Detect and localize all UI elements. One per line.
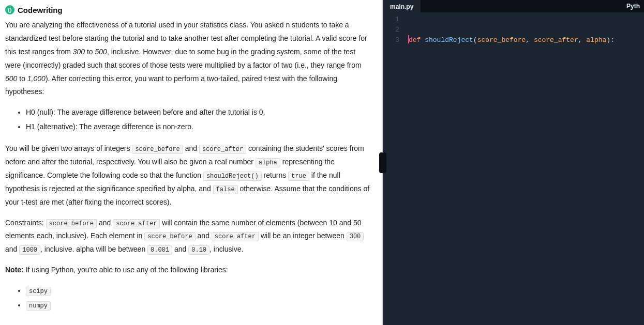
text: and <box>5 245 19 253</box>
code-literal: numpy <box>26 301 51 311</box>
line-gutter: 1 2 3 <box>383 12 409 325</box>
code-editor[interactable]: 1 2 3 def shouldReject(score_before, sco… <box>383 12 644 325</box>
value-italic: 500 <box>95 48 107 56</box>
libraries-list: scipy numpy <box>5 284 373 312</box>
token-punct: ( <box>473 36 477 44</box>
language-selector[interactable]: Pyth <box>622 0 644 12</box>
text: Constraints: <box>5 219 46 227</box>
code-literal: score_after <box>113 219 160 228</box>
problem-panel[interactable]: () Codewriting You are analyzing the eff… <box>0 0 383 325</box>
token-punct: , <box>578 36 587 44</box>
panel-header: () Codewriting <box>5 5 373 19</box>
value-italic: 300 <box>73 48 85 56</box>
editor-panel: main.py Pyth 1 2 3 def shouldReject(scor… <box>383 0 644 325</box>
token-punct: , <box>526 36 534 44</box>
text: will be an integer between <box>259 231 347 240</box>
list-item: H0 (null): The average difference betwee… <box>26 106 373 119</box>
token-punct: ): <box>606 36 615 44</box>
token-param: score_before <box>477 36 526 44</box>
value-italic: 1,000 <box>27 74 46 83</box>
problem-statement: You are analyzing the effectiveness of a… <box>5 19 373 312</box>
text: and <box>183 144 199 152</box>
editor-tabbar: main.py Pyth <box>383 0 644 12</box>
text: , inclusive. alpha will be between <box>40 245 147 253</box>
token-keyword: def <box>409 36 421 44</box>
text: to <box>85 48 95 56</box>
code-literal: score_before <box>144 232 195 241</box>
code-literal: false <box>213 185 238 194</box>
list-item: H1 (alternative): The average difference… <box>26 120 373 134</box>
text: and <box>172 245 188 253</box>
text: , inclusive. <box>209 245 243 253</box>
brand-logo-icon: () <box>5 5 14 14</box>
text: and <box>97 219 113 227</box>
token-function: shouldReject <box>425 36 473 44</box>
text: If using Python, you're able to use any … <box>24 266 228 274</box>
text: returns <box>262 171 288 179</box>
split-handle[interactable] <box>379 152 386 173</box>
code-literal: scipy <box>26 287 51 296</box>
text: ). After correcting this error, you want… <box>5 74 337 96</box>
code-literal: alpha <box>256 158 280 167</box>
code-literal: score_before <box>132 145 183 154</box>
code-literal: 300 <box>347 232 364 241</box>
token-param: score_after <box>534 36 578 44</box>
code-literal: shouldReject() <box>203 172 262 181</box>
token-param: alpha <box>586 36 606 44</box>
line-number: 2 <box>383 25 409 35</box>
code-literal: 1000 <box>19 245 40 255</box>
code-line[interactable] <box>409 66 644 76</box>
code-literal: 0.10 <box>188 245 209 255</box>
code-literal: 0.001 <box>147 245 172 255</box>
code-literal: true <box>288 172 309 181</box>
text: You will be given two arrays of integers <box>5 144 132 152</box>
note-label: Note: <box>5 266 24 274</box>
tab-main-py[interactable]: main.py <box>383 0 421 12</box>
hypotheses-list: H0 (null): The average difference betwee… <box>5 106 373 134</box>
panel-title: Codewriting <box>18 6 63 14</box>
line-number: 1 <box>383 14 409 25</box>
text: to <box>17 74 27 83</box>
list-item: numpy <box>26 299 373 312</box>
code-literal: score_after <box>199 145 246 154</box>
list-item: scipy <box>26 284 373 298</box>
value-italic: 600 <box>5 74 17 83</box>
code-literal: score_after <box>212 232 259 241</box>
code-line[interactable] <box>409 97 644 107</box>
code-line[interactable]: def shouldReject(score_before, score_aft… <box>409 35 644 45</box>
code-literal: score_before <box>46 219 97 228</box>
text: and <box>196 231 212 240</box>
code-area[interactable]: def shouldReject(score_before, score_aft… <box>409 12 644 325</box>
line-number: 3 <box>383 35 409 45</box>
